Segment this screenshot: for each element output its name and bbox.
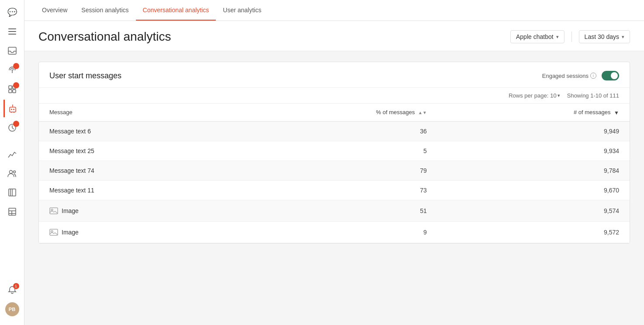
table-row: Message text 6369,949 <box>39 121 630 141</box>
svg-rect-24 <box>50 208 58 214</box>
svg-point-16 <box>13 171 15 173</box>
avatar[interactable]: PB <box>5 302 19 316</box>
cell-message: Image <box>39 221 229 243</box>
cell-pct: 36 <box>229 121 437 141</box>
cell-pct: 73 <box>229 180 437 200</box>
messages-table: Message % of messages ▲▼ # of messages ▼ <box>39 104 630 243</box>
cell-pct: 79 <box>229 161 437 180</box>
cell-count: 9,574 <box>437 200 630 221</box>
svg-rect-20 <box>9 208 16 215</box>
svg-point-13 <box>12 105 13 105</box>
tab-bar: Overview Session analytics Conversationa… <box>24 0 644 21</box>
chat-icon[interactable]: 💬 <box>3 3 21 21</box>
svg-rect-6 <box>9 86 12 89</box>
svg-rect-3 <box>8 47 16 54</box>
card-title: User start messages <box>49 71 121 80</box>
column-message: Message <box>39 104 229 121</box>
rows-per-page-label: Rows per page: <box>509 92 548 99</box>
library-icon[interactable] <box>3 184 21 201</box>
date-dropdown[interactable]: Last 30 days ▾ <box>579 30 630 43</box>
table-row: Message text 2559,934 <box>39 141 630 161</box>
trend-icon[interactable] <box>3 145 21 163</box>
chatbot-dropdown-label: Apple chatbot <box>516 33 554 40</box>
inbox-icon[interactable] <box>3 42 21 59</box>
cell-count: 9,934 <box>437 141 630 161</box>
rows-per-page-dropdown[interactable]: 10 ▾ <box>550 92 560 99</box>
column-num-messages: # of messages ▼ <box>437 104 630 121</box>
svg-rect-1 <box>8 31 16 32</box>
menu-icon[interactable] <box>3 23 21 40</box>
table-row: Message text 74799,784 <box>39 161 630 180</box>
tab-session-analytics[interactable]: Session analytics <box>74 0 135 21</box>
image-icon <box>49 206 58 215</box>
broadcast-badge <box>13 63 19 69</box>
cell-pct: 5 <box>229 141 437 161</box>
table-row: Message text 11739,670 <box>39 180 630 200</box>
showing-label: Showing 1-10 of 111 <box>567 92 619 99</box>
svg-rect-26 <box>50 229 58 235</box>
card-header: User start messages Engaged sessions i <box>39 62 630 88</box>
table-row: Image519,574 <box>39 200 630 221</box>
header-controls: Apple chatbot ▾ Last 30 days ▾ <box>510 30 630 43</box>
cell-message: Message text 74 <box>39 161 229 180</box>
svg-point-12 <box>13 109 14 110</box>
rows-per-page-control: Rows per page: 10 ▾ <box>509 92 560 99</box>
cell-pct: 51 <box>229 200 437 221</box>
svg-rect-9 <box>13 90 16 93</box>
chatbot-chevron-icon: ▾ <box>556 34 559 40</box>
header-divider <box>571 31 572 42</box>
cell-message: Message text 6 <box>39 121 229 141</box>
cell-message: Message text 25 <box>39 141 229 161</box>
engaged-sessions-label: Engaged sessions i <box>542 73 596 79</box>
template-icon[interactable] <box>3 80 21 98</box>
table-wrap: Message % of messages ▲▼ # of messages ▼ <box>39 104 630 243</box>
svg-rect-2 <box>8 34 16 35</box>
tab-conversational-analytics[interactable]: Conversational analytics <box>136 0 216 21</box>
cell-pct: 9 <box>229 221 437 243</box>
image-icon <box>49 228 58 237</box>
broadcast-icon[interactable] <box>3 61 21 79</box>
page-header: Conversational analytics Apple chatbot ▾… <box>24 21 644 51</box>
rows-per-page-value: 10 <box>550 92 556 99</box>
svg-rect-10 <box>10 107 16 112</box>
pagination-row: Rows per page: 10 ▾ Showing 1-10 of 111 <box>39 88 630 104</box>
user-start-messages-card: User start messages Engaged sessions i R… <box>38 62 630 244</box>
team-icon[interactable] <box>3 164 21 182</box>
card-controls: Engaged sessions i <box>542 71 619 80</box>
notification-bell-icon[interactable]: 1 <box>3 281 21 299</box>
info-icon[interactable]: i <box>590 73 596 79</box>
sidebar: 💬 1 PB <box>0 0 24 325</box>
column-pct-messages: % of messages ▲▼ <box>229 104 437 121</box>
date-chevron-icon: ▾ <box>622 34 624 40</box>
table-row: Image99,572 <box>39 221 630 243</box>
svg-point-4 <box>11 70 13 71</box>
svg-point-11 <box>11 109 12 110</box>
engaged-sessions-toggle[interactable] <box>602 71 619 80</box>
tab-overview[interactable]: Overview <box>35 0 74 21</box>
bell-badge: 1 <box>13 283 19 289</box>
bot-icon[interactable] <box>3 100 21 117</box>
cell-count: 9,949 <box>437 121 630 141</box>
rows-per-page-chevron-icon: ▾ <box>557 93 560 98</box>
num-sort-icon[interactable]: ▼ <box>614 110 619 116</box>
main-content: Overview Session analytics Conversationa… <box>24 0 644 325</box>
template-badge <box>13 82 19 88</box>
content-area: User start messages Engaged sessions i R… <box>24 51 644 325</box>
analytics-icon[interactable] <box>3 119 21 136</box>
chatbot-dropdown[interactable]: Apple chatbot ▾ <box>510 30 564 43</box>
cell-count: 9,572 <box>437 221 630 243</box>
analytics-badge <box>13 121 19 127</box>
date-dropdown-label: Last 30 days <box>585 33 619 40</box>
cell-count: 9,784 <box>437 161 630 180</box>
cell-message: Image <box>39 200 229 221</box>
table-header-row: Message % of messages ▲▼ # of messages ▼ <box>39 104 630 121</box>
table-icon[interactable] <box>3 203 21 220</box>
svg-rect-0 <box>8 28 16 29</box>
pct-sort-icon[interactable]: ▲▼ <box>418 110 427 115</box>
svg-rect-8 <box>9 90 12 93</box>
svg-point-15 <box>9 171 12 174</box>
cell-message: Message text 11 <box>39 180 229 200</box>
cell-count: 9,670 <box>437 180 630 200</box>
tab-user-analytics[interactable]: User analytics <box>216 0 268 21</box>
page-title: Conversational analytics <box>38 30 171 44</box>
